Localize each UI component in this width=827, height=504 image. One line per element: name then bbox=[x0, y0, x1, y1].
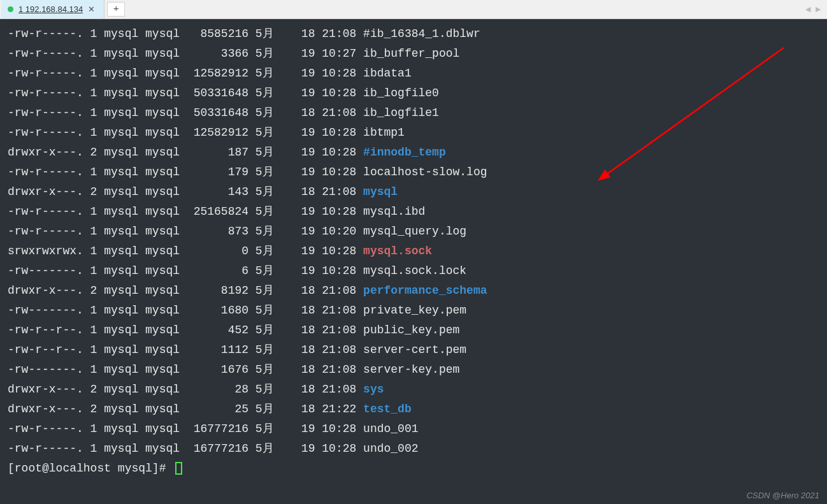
file-name: test_db bbox=[363, 403, 412, 415]
file-meta: drwxr-x---. 2 mysql mysql 28 5月 18 21:08 bbox=[8, 383, 363, 396]
list-item: -rw-------. 1 mysql mysql 1676 5月 18 21:… bbox=[8, 360, 819, 380]
file-meta: -rw-------. 1 mysql mysql 1680 5月 18 21:… bbox=[8, 304, 363, 317]
file-meta: -rw-r--r--. 1 mysql mysql 452 5月 18 21:0… bbox=[8, 324, 363, 336]
file-meta: -rw-r-----. 1 mysql mysql 12582912 5月 19… bbox=[8, 126, 363, 139]
list-item: -rw-r-----. 1 mysql mysql 179 5月 19 10:2… bbox=[8, 162, 819, 182]
file-meta: drwxr-x---. 2 mysql mysql 25 5月 18 21:22 bbox=[8, 403, 363, 415]
list-item: -rw-r-----. 1 mysql mysql 25165824 5月 19… bbox=[8, 202, 819, 222]
list-item: -rw-r-----. 1 mysql mysql 50331648 5月 18… bbox=[8, 103, 819, 123]
file-meta: -rw-r-----. 1 mysql mysql 8585216 5月 18 … bbox=[8, 27, 363, 40]
list-item: -rw-------. 1 mysql mysql 6 5月 19 10:28 … bbox=[8, 261, 819, 281]
list-item: -rw-r-----. 1 mysql mysql 8585216 5月 18 … bbox=[8, 24, 819, 44]
file-meta: -rw-r-----. 1 mysql mysql 50331648 5月 18… bbox=[8, 106, 363, 119]
ls-output: -rw-r-----. 1 mysql mysql 8585216 5月 18 … bbox=[8, 24, 819, 459]
list-item: drwxr-x---. 2 mysql mysql 187 5月 19 10:2… bbox=[8, 143, 819, 162]
file-meta: -rw-r-----. 1 mysql mysql 179 5月 19 10:2… bbox=[8, 166, 363, 178]
tab-label: 1 192.168.84.134 bbox=[18, 4, 83, 14]
file-name: sys bbox=[363, 383, 384, 396]
file-meta: -rw-r-----. 1 mysql mysql 12582912 5月 19… bbox=[8, 67, 363, 80]
terminal-pane[interactable]: -rw-r-----. 1 mysql mysql 8585216 5月 18 … bbox=[0, 19, 827, 504]
file-name: #ib_16384_1.dblwr bbox=[363, 27, 480, 40]
file-meta: drwxr-x---. 2 mysql mysql 187 5月 19 10:2… bbox=[8, 146, 363, 159]
file-name: mysql_query.log bbox=[363, 225, 466, 238]
file-meta: -rw-r-----. 1 mysql mysql 3366 5月 19 10:… bbox=[8, 47, 363, 60]
file-name: ib_logfile1 bbox=[363, 106, 439, 119]
file-name: server-key.pem bbox=[363, 363, 459, 376]
file-name: ibtmp1 bbox=[363, 126, 405, 139]
file-name: public_key.pem bbox=[363, 324, 459, 336]
close-icon[interactable]: ✕ bbox=[88, 4, 95, 14]
file-name: ib_buffer_pool bbox=[363, 47, 459, 60]
file-meta: drwxr-x---. 2 mysql mysql 143 5月 18 21:0… bbox=[8, 185, 363, 198]
file-meta: srwxrwxrwx. 1 mysql mysql 0 5月 19 10:28 bbox=[8, 245, 363, 257]
file-name: server-cert.pem bbox=[363, 343, 466, 356]
tab-nav: ◀ ▶ bbox=[805, 0, 827, 18]
tab-bar: 1 192.168.84.134 ✕ + ◀ ▶ bbox=[0, 0, 827, 19]
list-item: srwxrwxrwx. 1 mysql mysql 0 5月 19 10:28 … bbox=[8, 241, 819, 261]
shell-prompt-line: [root@localhost mysql]# bbox=[8, 459, 819, 479]
list-item: -rw-r-----. 1 mysql mysql 16777216 5月 19… bbox=[8, 439, 819, 459]
file-name: #innodb_temp bbox=[363, 146, 446, 159]
chevron-right-icon[interactable]: ▶ bbox=[816, 5, 821, 13]
watermark-text: CSDN @Hero 2021 bbox=[747, 491, 819, 500]
list-item: drwxr-x---. 2 mysql mysql 143 5月 18 21:0… bbox=[8, 182, 819, 202]
file-name: ib_logfile0 bbox=[363, 87, 439, 99]
list-item: -rw-------. 1 mysql mysql 1680 5月 18 21:… bbox=[8, 301, 819, 320]
file-meta: -rw-r-----. 1 mysql mysql 50331648 5月 19… bbox=[8, 87, 363, 99]
file-meta: drwxr-x---. 2 mysql mysql 8192 5月 18 21:… bbox=[8, 284, 363, 297]
list-item: drwxr-x---. 2 mysql mysql 25 5月 18 21:22… bbox=[8, 400, 819, 419]
cursor-icon bbox=[175, 462, 182, 475]
file-meta: -rw-------. 1 mysql mysql 1676 5月 18 21:… bbox=[8, 363, 363, 376]
list-item: drwxr-x---. 2 mysql mysql 28 5月 18 21:08… bbox=[8, 380, 819, 400]
list-item: -rw-r-----. 1 mysql mysql 873 5月 19 10:2… bbox=[8, 222, 819, 241]
shell-prompt: [root@localhost mysql]# bbox=[8, 462, 173, 475]
list-item: -rw-r-----. 1 mysql mysql 16777216 5月 19… bbox=[8, 419, 819, 439]
file-name: mysql bbox=[363, 185, 398, 198]
file-name: ibdata1 bbox=[363, 67, 412, 80]
list-item: -rw-r-----. 1 mysql mysql 12582912 5月 19… bbox=[8, 64, 819, 83]
file-meta: -rw-r-----. 1 mysql mysql 16777216 5月 19… bbox=[8, 422, 363, 435]
file-meta: -rw-r-----. 1 mysql mysql 16777216 5月 19… bbox=[8, 442, 363, 455]
file-name: mysql.sock.lock bbox=[363, 264, 466, 277]
file-name: undo_002 bbox=[363, 442, 418, 455]
file-meta: -rw-------. 1 mysql mysql 6 5月 19 10:28 bbox=[8, 264, 363, 277]
list-item: drwxr-x---. 2 mysql mysql 8192 5月 18 21:… bbox=[8, 281, 819, 301]
file-meta: -rw-r-----. 1 mysql mysql 873 5月 19 10:2… bbox=[8, 225, 363, 238]
list-item: -rw-r--r--. 1 mysql mysql 1112 5月 18 21:… bbox=[8, 340, 819, 360]
list-item: -rw-r-----. 1 mysql mysql 50331648 5月 19… bbox=[8, 83, 819, 103]
file-name: mysql.sock bbox=[363, 245, 432, 257]
file-meta: -rw-r-----. 1 mysql mysql 25165824 5月 19… bbox=[8, 205, 363, 218]
file-meta: -rw-r--r--. 1 mysql mysql 1112 5月 18 21:… bbox=[8, 343, 363, 356]
status-dot-icon bbox=[8, 6, 13, 12]
file-name: private_key.pem bbox=[363, 304, 466, 317]
file-name: localhost-slow.log bbox=[363, 166, 487, 178]
file-name: mysql.ibd bbox=[363, 205, 425, 218]
list-item: -rw-r--r--. 1 mysql mysql 452 5月 18 21:0… bbox=[8, 320, 819, 340]
tab-session-1[interactable]: 1 192.168.84.134 ✕ bbox=[1, 0, 104, 18]
list-item: -rw-r-----. 1 mysql mysql 3366 5月 19 10:… bbox=[8, 44, 819, 64]
file-name: undo_001 bbox=[363, 422, 418, 435]
file-name: performance_schema bbox=[363, 284, 487, 297]
new-tab-button[interactable]: + bbox=[107, 2, 125, 17]
list-item: -rw-r-----. 1 mysql mysql 12582912 5月 19… bbox=[8, 123, 819, 143]
app-window: 1 192.168.84.134 ✕ + ◀ ▶ -rw-r-----. 1 m… bbox=[0, 0, 827, 504]
chevron-left-icon[interactable]: ◀ bbox=[805, 5, 810, 13]
